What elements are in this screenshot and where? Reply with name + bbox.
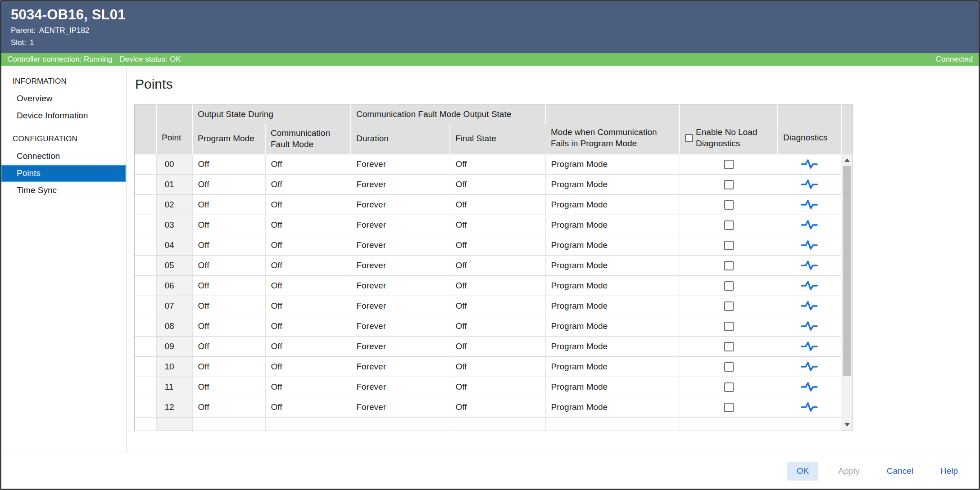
program-mode-cell[interactable]: Off bbox=[192, 336, 265, 356]
program-mode-cell[interactable]: Off bbox=[192, 194, 265, 215]
final-state-cell[interactable]: Off bbox=[450, 336, 545, 356]
final-state-cell[interactable]: Off bbox=[450, 296, 545, 316]
apply-button[interactable]: Apply bbox=[831, 462, 867, 481]
comm-fault-mode-cell[interactable]: Off bbox=[265, 356, 351, 377]
mode-when-comm-fails-cell[interactable]: Program Mode bbox=[545, 275, 680, 296]
cancel-button[interactable]: Cancel bbox=[880, 462, 921, 481]
duration-cell[interactable]: Forever bbox=[351, 397, 450, 417]
sidebar-item-device-information[interactable]: Device Information bbox=[1, 107, 126, 124]
program-mode-cell[interactable]: Off bbox=[192, 296, 265, 316]
final-state-cell[interactable]: Off bbox=[450, 194, 545, 215]
final-state-cell[interactable]: Off bbox=[450, 154, 545, 174]
no-load-checkbox[interactable] bbox=[724, 160, 734, 169]
scrollbar-thumb[interactable] bbox=[843, 166, 851, 376]
comm-fault-mode-cell[interactable]: Off bbox=[265, 296, 351, 316]
no-load-checkbox[interactable] bbox=[724, 281, 734, 291]
mode-when-comm-fails-cell[interactable]: Program Mode bbox=[545, 194, 680, 215]
diagnostics-pulse-icon[interactable] bbox=[800, 220, 818, 230]
diagnostics-pulse-icon[interactable] bbox=[800, 179, 818, 190]
final-state-cell[interactable]: Off bbox=[450, 377, 545, 397]
comm-fault-mode-cell[interactable]: Off bbox=[265, 215, 351, 235]
no-load-checkbox[interactable] bbox=[724, 220, 734, 230]
scroll-up-button[interactable] bbox=[841, 155, 853, 165]
row-selector[interactable] bbox=[135, 417, 156, 431]
row-selector[interactable] bbox=[135, 397, 156, 417]
no-load-checkbox[interactable] bbox=[724, 362, 734, 372]
row-selector[interactable] bbox=[135, 174, 156, 194]
sidebar-item-overview[interactable]: Overview bbox=[1, 90, 126, 107]
row-selector[interactable] bbox=[135, 235, 156, 255]
row-selector[interactable] bbox=[135, 194, 156, 215]
final-state-cell[interactable]: Off bbox=[450, 174, 545, 194]
final-state-cell[interactable]: Off bbox=[450, 255, 545, 275]
comm-fault-mode-cell[interactable]: Off bbox=[265, 377, 351, 397]
diagnostics-pulse-icon[interactable] bbox=[800, 280, 818, 291]
help-button[interactable]: Help bbox=[933, 462, 965, 481]
final-state-cell[interactable]: Off bbox=[450, 397, 545, 417]
row-selector[interactable] bbox=[135, 356, 156, 377]
mode-when-comm-fails-cell[interactable]: Program Mode bbox=[545, 316, 680, 336]
row-selector[interactable] bbox=[135, 377, 156, 397]
diagnostics-pulse-icon[interactable] bbox=[800, 240, 818, 251]
mode-when-comm-fails-cell[interactable]: Program Mode bbox=[545, 215, 680, 235]
duration-cell[interactable]: Forever bbox=[351, 235, 450, 255]
no-load-checkbox[interactable] bbox=[724, 301, 734, 311]
duration-cell[interactable]: Forever bbox=[351, 316, 450, 336]
comm-fault-mode-cell[interactable]: Off bbox=[265, 194, 351, 215]
mode-when-comm-fails-cell[interactable]: Program Mode bbox=[545, 377, 680, 397]
comm-fault-mode-cell[interactable]: Off bbox=[265, 154, 351, 174]
mode-when-comm-fails-cell[interactable]: Program Mode bbox=[545, 235, 680, 255]
enable-no-load-all-checkbox[interactable] bbox=[685, 134, 693, 142]
program-mode-cell[interactable]: Off bbox=[192, 154, 265, 174]
program-mode-cell[interactable]: Off bbox=[192, 397, 265, 417]
comm-fault-mode-cell[interactable] bbox=[265, 417, 351, 431]
program-mode-cell[interactable]: Off bbox=[192, 275, 265, 296]
diagnostics-pulse-icon[interactable] bbox=[800, 341, 818, 352]
program-mode-cell[interactable] bbox=[192, 417, 265, 431]
row-selector[interactable] bbox=[135, 275, 156, 296]
comm-fault-mode-cell[interactable]: Off bbox=[265, 174, 351, 194]
diagnostics-pulse-icon[interactable] bbox=[800, 159, 818, 170]
sidebar-item-connection[interactable]: Connection bbox=[1, 148, 126, 165]
vertical-scrollbar[interactable] bbox=[841, 154, 853, 431]
row-selector[interactable] bbox=[135, 154, 156, 174]
diagnostics-pulse-icon[interactable] bbox=[800, 301, 818, 311]
comm-fault-mode-cell[interactable]: Off bbox=[265, 336, 351, 356]
mode-when-comm-fails-cell[interactable]: Program Mode bbox=[545, 296, 680, 316]
program-mode-cell[interactable]: Off bbox=[192, 255, 265, 275]
comm-fault-mode-cell[interactable]: Off bbox=[265, 397, 351, 417]
no-load-checkbox[interactable] bbox=[724, 382, 734, 392]
duration-cell[interactable]: Forever bbox=[351, 296, 450, 316]
sidebar-item-points[interactable]: Points bbox=[1, 165, 126, 182]
no-load-checkbox[interactable] bbox=[724, 200, 734, 210]
mode-when-comm-fails-cell[interactable]: Program Mode bbox=[545, 336, 680, 356]
diagnostics-pulse-icon[interactable] bbox=[800, 382, 818, 392]
diagnostics-pulse-icon[interactable] bbox=[800, 361, 818, 372]
program-mode-cell[interactable]: Off bbox=[192, 356, 265, 377]
mode-when-comm-fails-cell[interactable]: Program Mode bbox=[545, 397, 680, 417]
sidebar-item-time-sync[interactable]: Time Sync bbox=[1, 182, 126, 199]
row-selector[interactable] bbox=[135, 316, 156, 336]
no-load-checkbox[interactable] bbox=[724, 261, 734, 270]
final-state-cell[interactable] bbox=[450, 417, 545, 431]
row-selector[interactable] bbox=[135, 296, 156, 316]
row-selector[interactable] bbox=[135, 336, 156, 356]
diagnostics-pulse-icon[interactable] bbox=[800, 402, 818, 413]
no-load-checkbox[interactable] bbox=[724, 342, 734, 351]
duration-cell[interactable]: Forever bbox=[351, 275, 450, 296]
final-state-cell[interactable]: Off bbox=[450, 356, 545, 377]
no-load-checkbox[interactable] bbox=[724, 180, 734, 189]
scroll-down-button[interactable] bbox=[841, 420, 853, 430]
program-mode-cell[interactable]: Off bbox=[192, 215, 265, 235]
comm-fault-mode-cell[interactable]: Off bbox=[265, 235, 351, 255]
program-mode-cell[interactable]: Off bbox=[192, 174, 265, 194]
duration-cell[interactable]: Forever bbox=[351, 174, 450, 194]
mode-when-comm-fails-cell[interactable]: Program Mode bbox=[545, 356, 680, 377]
no-load-checkbox[interactable] bbox=[724, 403, 734, 412]
mode-when-comm-fails-cell[interactable]: Program Mode bbox=[545, 255, 680, 275]
row-selector[interactable] bbox=[135, 255, 156, 275]
no-load-checkbox[interactable] bbox=[724, 322, 734, 331]
comm-fault-mode-cell[interactable]: Off bbox=[265, 275, 351, 296]
duration-cell[interactable]: Forever bbox=[351, 336, 450, 356]
duration-cell[interactable]: Forever bbox=[351, 377, 450, 397]
